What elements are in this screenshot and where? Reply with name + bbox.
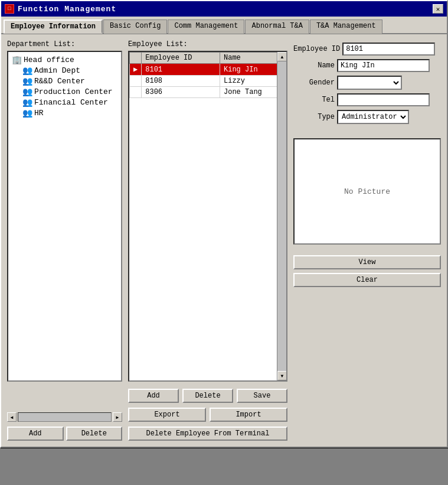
title-bar-left: □ Function Management xyxy=(5,4,116,14)
photo-box: No Picture xyxy=(293,138,441,245)
department-list-label: Department List: xyxy=(7,40,122,48)
tel-label: Tel xyxy=(293,96,335,104)
window-title: Function Management xyxy=(18,5,116,14)
randd-icon: 👥 xyxy=(22,76,32,86)
field-row-tel: Tel xyxy=(293,93,441,106)
row-arrow xyxy=(130,76,142,87)
randd-label: R&&D Center xyxy=(34,77,85,86)
employee-id-label: Employee ID xyxy=(293,45,340,53)
tab-basic-config[interactable]: Basic Config xyxy=(103,19,167,34)
emp-import-button[interactable]: Import xyxy=(210,408,287,422)
tree-item-admin-dept[interactable]: 👥 Admin Dept xyxy=(21,65,119,76)
department-panel: Department List: 🏢 Head office 👥 Admin D… xyxy=(7,40,122,382)
table-scrollbar[interactable]: ▲ ▼ xyxy=(277,52,286,380)
tree-item-hr[interactable]: 👥 HR xyxy=(21,108,119,118)
field-row-type: Type Administrator Normal xyxy=(293,110,441,124)
emp-add-button[interactable]: Add xyxy=(128,389,179,403)
name-label: Name xyxy=(293,61,335,70)
dept-delete-button[interactable]: Delete xyxy=(66,427,123,441)
scroll-track xyxy=(277,61,286,371)
tree-item-financial[interactable]: 👥 Financial Center xyxy=(21,97,119,108)
col-employee-id: Employee ID xyxy=(142,53,220,64)
hr-label: HR xyxy=(34,109,44,118)
emp-add-del-save-row: Add Delete Save xyxy=(128,389,287,403)
tab-ta-management[interactable]: T&A Management xyxy=(310,19,382,34)
field-row-name: Name xyxy=(293,59,441,72)
emp-id: 8306 xyxy=(142,87,220,98)
head-office-label: Head office xyxy=(24,56,74,64)
employee-list-label: Employee List: xyxy=(128,40,287,48)
production-icon: 👥 xyxy=(22,87,32,96)
name-input[interactable] xyxy=(337,59,430,72)
scroll-up-button[interactable]: ▲ xyxy=(277,52,287,61)
gender-label: Gender xyxy=(293,79,335,87)
dept-add-del: Add Delete xyxy=(7,427,122,441)
scroll-left-button[interactable]: ◀ xyxy=(7,412,17,422)
table-row[interactable]: ▶ 8101 King JIn xyxy=(130,64,286,76)
emp-bottom-buttons: Add Delete Save Export Import Delete Emp… xyxy=(128,386,287,441)
clear-button[interactable]: Clear xyxy=(293,273,441,287)
type-select[interactable]: Administrator Normal xyxy=(337,110,409,124)
scroll-down-button[interactable]: ▼ xyxy=(277,371,287,380)
emp-delete-terminal-row: Delete Employee From Terminal xyxy=(128,427,287,441)
financial-icon: 👥 xyxy=(22,97,32,107)
emp-export-import-row: Export Import xyxy=(128,408,287,422)
emp-delete-button[interactable]: Delete xyxy=(182,389,233,403)
emp-export-button[interactable]: Export xyxy=(128,408,206,422)
tab-bar: Employee Information Basic Config Comm M… xyxy=(1,17,447,34)
table-row[interactable]: 8108 Lizzy xyxy=(130,76,286,87)
details-panel: Employee ID Name Gender Male Female xyxy=(293,40,441,382)
horizontal-scrollbar[interactable]: ◀ ▶ xyxy=(7,412,122,422)
emp-name: Jone Tang xyxy=(220,87,286,98)
scroll-right-button[interactable]: ▶ xyxy=(113,412,122,422)
no-picture-label: No Picture xyxy=(344,187,390,196)
row-arrow xyxy=(130,87,142,98)
employee-table-container[interactable]: Employee ID Name ▶ 8101 King JIn xyxy=(128,51,287,382)
app-icon: □ xyxy=(5,4,14,14)
tab-abnormal-ta[interactable]: Abnormal T&A xyxy=(245,19,309,34)
view-button[interactable]: View xyxy=(293,255,441,269)
head-office-icon: 🏢 xyxy=(12,55,21,64)
emp-id: 8108 xyxy=(142,76,220,87)
close-button[interactable]: ✕ xyxy=(433,4,443,14)
tab-comm-management[interactable]: Comm Management xyxy=(168,19,244,34)
field-row-employee-id: Employee ID xyxy=(293,43,441,56)
admin-dept-label: Admin Dept xyxy=(34,66,80,75)
type-label: Type xyxy=(293,113,335,121)
tree-children: 👥 Admin Dept 👥 R&&D Center 👥 Production … xyxy=(11,65,119,118)
admin-dept-icon: 👥 xyxy=(22,66,32,75)
emp-id: 8101 xyxy=(142,64,220,76)
main-window: □ Function Management ✕ Employee Informa… xyxy=(0,0,448,448)
tab-employee-information[interactable]: Employee Information xyxy=(4,19,103,34)
emp-name: King JIn xyxy=(220,64,286,76)
col-arrow xyxy=(130,53,142,64)
financial-label: Financial Center xyxy=(34,98,108,107)
col-name: Name xyxy=(220,53,286,64)
tree-item-head-office[interactable]: 🏢 Head office xyxy=(11,54,119,65)
employee-panel: Employee List: Employee ID Name xyxy=(128,40,287,382)
tree-item-production[interactable]: 👥 Production Center xyxy=(21,86,119,97)
field-row-gender: Gender Male Female xyxy=(293,76,441,90)
tree-item-randd[interactable]: 👥 R&&D Center xyxy=(21,76,119,86)
tel-input[interactable] xyxy=(337,93,430,106)
gender-select[interactable]: Male Female xyxy=(337,76,402,90)
production-label: Production Center xyxy=(34,87,113,96)
emp-name: Lizzy xyxy=(220,76,286,87)
employee-table: Employee ID Name ▶ 8101 King JIn xyxy=(129,52,286,98)
details-buttons: View Clear xyxy=(293,255,441,287)
main-row: Department List: 🏢 Head office 👥 Admin D… xyxy=(7,40,441,382)
employee-id-input[interactable] xyxy=(342,43,435,56)
content-area: Department List: 🏢 Head office 👥 Admin D… xyxy=(1,34,447,447)
table-row[interactable]: 8306 Jone Tang xyxy=(130,87,286,98)
dept-add-button[interactable]: Add xyxy=(7,427,64,441)
hr-icon: 👥 xyxy=(22,108,32,118)
title-bar: □ Function Management ✕ xyxy=(1,1,447,17)
fields-area: Employee ID Name Gender Male Female xyxy=(293,43,441,128)
bottom-section: ◀ ▶ Add Delete Add Delete Save Export xyxy=(7,386,441,441)
h-scroll-track xyxy=(18,412,112,422)
emp-save-button[interactable]: Save xyxy=(237,389,287,403)
emp-delete-terminal-button[interactable]: Delete Employee From Terminal xyxy=(128,427,287,441)
department-tree[interactable]: 🏢 Head office 👥 Admin Dept 👥 R&&D Center xyxy=(7,51,122,382)
row-arrow: ▶ xyxy=(130,64,142,76)
dept-bottom-area: ◀ ▶ Add Delete xyxy=(7,412,122,441)
